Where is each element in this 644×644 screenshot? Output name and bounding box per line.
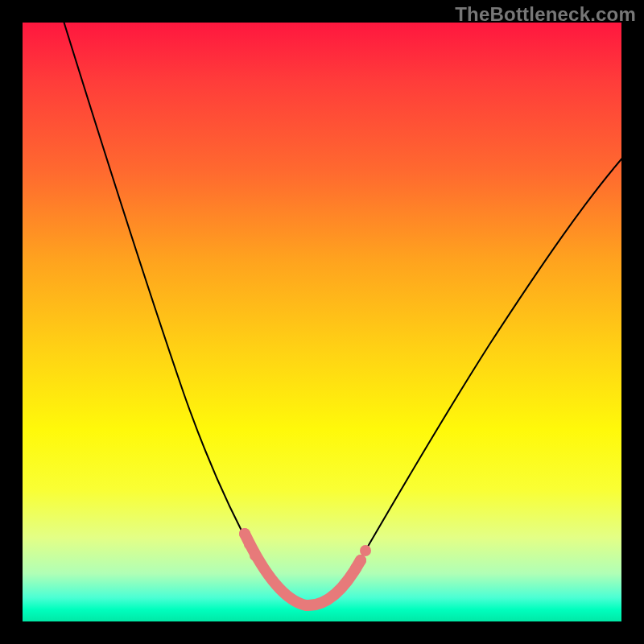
chart-svg [23, 23, 621, 621]
chart-stage: TheBottleneck.com [0, 0, 644, 644]
bottleneck-curve-right [354, 155, 621, 570]
bottleneck-curve-valley [256, 558, 354, 605]
pink-dot [244, 539, 255, 550]
pink-dot [360, 545, 371, 556]
bottleneck-curve-left [63, 23, 256, 558]
pink-dot [355, 555, 366, 566]
pink-dot [350, 563, 361, 574]
chart-plot-area [23, 23, 621, 621]
optimal-range-highlight [245, 534, 361, 605]
pink-dot [239, 528, 250, 539]
pink-dot [250, 550, 261, 561]
